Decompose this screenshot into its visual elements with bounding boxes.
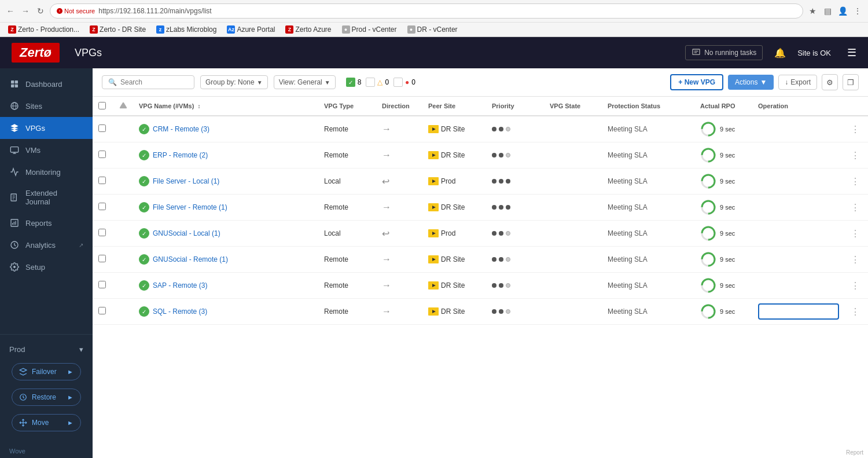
priority-dot <box>499 179 503 184</box>
bookmark-azure-portal[interactable]: Az Azure Portal <box>223 24 278 35</box>
group-by-select[interactable]: Group by: None ▼ <box>200 75 268 89</box>
green-count: 8 <box>358 78 362 86</box>
bookmark-button[interactable]: ★ <box>807 5 818 17</box>
bookmark-zerto-azure[interactable]: Z Zerto Azure <box>282 24 334 35</box>
vpg-table-container: VPG Name (#VMs) ↕ VPG Type Direction Pee… <box>93 97 868 458</box>
vpg-state-cell <box>544 142 602 168</box>
status-filter-green[interactable]: ✓ 8 <box>346 78 362 87</box>
settings-icon-button[interactable]: ⚙ <box>822 74 838 90</box>
restore-button[interactable]: Restore ► <box>12 389 81 406</box>
notifications-bell[interactable]: 🔔 <box>774 47 786 58</box>
running-tasks-indicator[interactable]: No running tasks <box>685 45 763 60</box>
th-vpgname[interactable]: VPG Name (#VMs) ↕ <box>133 97 318 116</box>
priority-dot <box>499 231 503 236</box>
vpg-state-cell <box>544 168 602 195</box>
vpg-name-link[interactable]: GNUSocial - Remote (1) <box>153 255 228 263</box>
priority-dot <box>506 179 510 184</box>
rpo-gauge <box>700 121 716 137</box>
row-checkbox[interactable] <box>98 203 106 210</box>
direction-cell: → <box>376 273 422 299</box>
move-label: Move <box>32 419 49 427</box>
vpg-name-link[interactable]: SQL - Remote (3) <box>153 307 207 316</box>
bookmark-zerto-prod[interactable]: Z Zerto - Production... <box>5 24 83 35</box>
view-label: View: General <box>279 78 322 86</box>
move-button[interactable]: Move ► <box>12 414 81 431</box>
sidebar-item-analytics[interactable]: Analytics ↗ <box>0 234 93 256</box>
bookmark-label: Zerto Azure <box>295 25 331 34</box>
vpg-name-link[interactable]: CRM - Remote (3) <box>153 125 209 133</box>
extensions-button[interactable]: ▤ <box>822 5 833 17</box>
vpg-name-link[interactable]: GNUSocial - Local (1) <box>153 229 220 237</box>
row-checkbox[interactable] <box>98 255 106 262</box>
view-select[interactable]: View: General ▼ <box>274 75 336 89</box>
operation-td <box>752 142 845 168</box>
row-checkbox[interactable] <box>98 177 106 184</box>
bookmark-zlabs[interactable]: z zLabs Microblog <box>153 24 220 35</box>
protection-cell: Meeting SLA <box>602 221 694 247</box>
bookmark-dr-vcenter[interactable]: ● DR - vCenter <box>404 24 461 35</box>
fullscreen-icon-button[interactable]: ❐ <box>843 74 859 90</box>
priority-cell <box>486 247 544 273</box>
sidebar-item-vms[interactable]: VMs <box>0 139 93 161</box>
back-button[interactable]: ← <box>5 5 16 17</box>
row-context-menu[interactable]: ⋮ <box>851 124 862 135</box>
peer-site-cell: ▶ DR Site <box>422 142 486 168</box>
row-context-menu[interactable]: ⋮ <box>851 150 862 161</box>
vpg-name-link[interactable]: File Server - Local (1) <box>153 177 219 185</box>
search-box[interactable]: 🔍 <box>102 75 194 89</box>
menu-button[interactable]: ⋮ <box>852 5 863 17</box>
forward-button[interactable]: → <box>20 5 31 17</box>
bookmark-prod-vcenter[interactable]: ● Prod - vCenter <box>339 24 400 35</box>
sidebar-item-extended-journal[interactable]: Extended Journal <box>0 183 93 212</box>
row-context-menu[interactable]: ⋮ <box>851 228 862 239</box>
status-filter-yellow[interactable]: △ 0 <box>366 78 389 87</box>
content-toolbar: 🔍 Group by: None ▼ View: General ▼ ✓ 8 <box>93 68 868 97</box>
row-context-menu[interactable]: ⋮ <box>851 176 862 187</box>
rpo-value: 9 sec <box>720 308 735 315</box>
new-vpg-button[interactable]: + New VPG <box>670 74 723 90</box>
actions-button[interactable]: Actions ▼ <box>728 75 774 90</box>
vpg-name-link[interactable]: File Server - Remote (1) <box>153 203 227 211</box>
hamburger-menu[interactable]: ☰ <box>847 46 856 59</box>
dashboard-icon <box>9 79 20 89</box>
sidebar-item-monitoring[interactable]: Monitoring <box>0 161 93 183</box>
row-context-menu[interactable]: ⋮ <box>851 202 862 213</box>
sidebar-item-dashboard[interactable]: Dashboard <box>0 73 93 95</box>
status-filter-red[interactable]: ● 0 <box>393 78 415 87</box>
priority-dot <box>506 283 510 288</box>
sidebar-item-sites[interactable]: Sites <box>0 95 93 117</box>
row-context-menu[interactable]: ⋮ <box>851 280 862 291</box>
export-label: Export <box>790 78 811 86</box>
warning-icon: △ <box>377 78 382 86</box>
reload-button[interactable]: ↻ <box>35 5 46 17</box>
table-row: ✓ GNUSocial - Remote (1) Remote → ▶ DR S… <box>93 247 868 273</box>
sidebar-item-vpgs[interactable]: VPGs <box>0 117 93 139</box>
th-vpgtype: VPG Type <box>318 97 376 116</box>
address-bar[interactable]: ! Not secure https://192.168.111.20/main… <box>50 3 803 19</box>
row-checkbox[interactable] <box>98 281 106 288</box>
row-checkbox[interactable] <box>98 151 106 158</box>
failover-button[interactable]: Failover ► <box>12 363 81 380</box>
operation-td <box>752 168 845 195</box>
red-checkbox <box>393 78 403 87</box>
sidebar-item-reports[interactable]: Reports <box>0 212 93 234</box>
vpg-name-link[interactable]: SAP - Remote (3) <box>153 281 207 290</box>
extended-journal-label: Extended Journal <box>25 189 83 206</box>
profile-button[interactable]: 👤 <box>837 5 848 17</box>
peer-site-label: DR Site <box>441 307 465 316</box>
protection-cell: Meeting SLA <box>602 195 694 221</box>
row-checkbox[interactable] <box>98 307 106 314</box>
view-chevron: ▼ <box>325 79 330 86</box>
select-all-checkbox[interactable] <box>98 102 106 109</box>
sidebar-item-setup[interactable]: Setup <box>0 256 93 278</box>
vpg-name-link[interactable]: ERP - Remote (2) <box>153 151 208 159</box>
row-checkbox[interactable] <box>98 229 106 236</box>
search-input[interactable] <box>120 78 188 86</box>
bookmark-zerto-dr[interactable]: Z Zerto - DR Site <box>86 24 149 35</box>
protection-cell: Meeting SLA <box>602 142 694 168</box>
row-checkbox[interactable] <box>98 124 106 132</box>
row-context-menu[interactable]: ⋮ <box>851 306 862 317</box>
sidebar-prod-section[interactable]: Prod ▾ <box>0 342 93 357</box>
export-button[interactable]: ↓ Export <box>778 75 817 90</box>
row-context-menu[interactable]: ⋮ <box>851 254 862 265</box>
